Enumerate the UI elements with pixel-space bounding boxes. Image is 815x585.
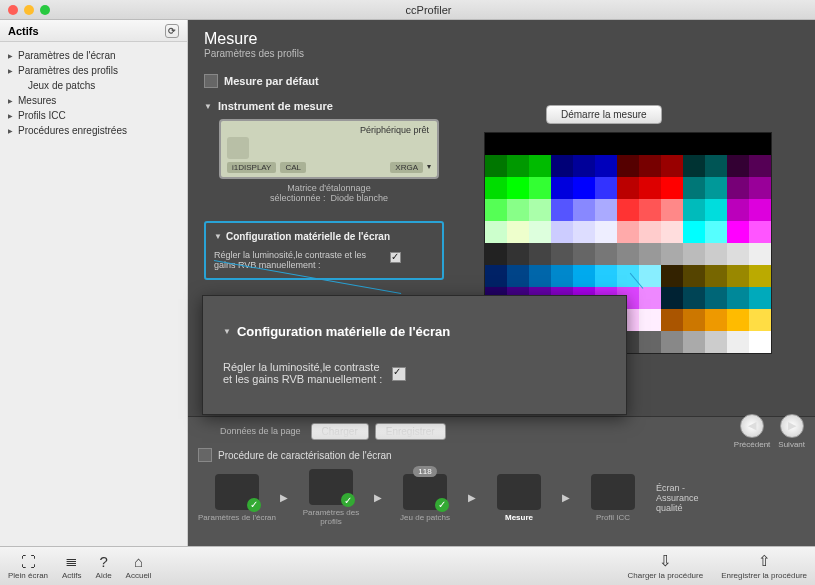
- color-swatch: [705, 309, 727, 331]
- color-swatch: [573, 265, 595, 287]
- color-swatch: [573, 243, 595, 265]
- color-swatch: [639, 199, 661, 221]
- color-swatch: [749, 199, 771, 221]
- color-swatch: [507, 243, 529, 265]
- color-swatch: [727, 265, 749, 287]
- color-swatch: [749, 177, 771, 199]
- next-button[interactable]: ▶: [780, 414, 804, 438]
- section-icon: [204, 74, 218, 88]
- step-icon: 118: [403, 474, 447, 510]
- workflow-step[interactable]: Profil ICC: [574, 474, 652, 522]
- color-swatch: [617, 199, 639, 221]
- instrument-mode-display: i1DISPLAY: [227, 162, 276, 173]
- color-swatch: [507, 133, 529, 155]
- assets-button[interactable]: ≣Actifs: [62, 552, 82, 580]
- save-procedure-button[interactable]: ⇧Enregistrer la procédure: [721, 552, 807, 580]
- color-swatch: [507, 155, 529, 177]
- sidebar-item[interactable]: Profils ICC: [4, 108, 183, 123]
- instrument-display: Périphérique prêt i1DISPLAY CAL XRGA ▾: [219, 119, 439, 179]
- hardware-config-header[interactable]: ▼ Configuration matérielle de l'écran: [214, 231, 434, 242]
- color-swatch: [683, 265, 705, 287]
- color-swatch: [529, 177, 551, 199]
- color-swatch: [639, 221, 661, 243]
- sidebar-item[interactable]: Mesures: [4, 93, 183, 108]
- load-button[interactable]: Charger: [311, 423, 369, 440]
- patch-count-badge: 118: [413, 466, 436, 477]
- color-swatch: [617, 243, 639, 265]
- prev-button[interactable]: ◀: [740, 414, 764, 438]
- save-button[interactable]: Enregistrer: [375, 423, 446, 440]
- color-swatch: [551, 199, 573, 221]
- arrow-icon: ▶: [562, 492, 570, 503]
- load-procedure-button[interactable]: ⇩Charger la procédure: [628, 552, 704, 580]
- instrument-section-header[interactable]: ▼ Instrument de mesure: [204, 97, 454, 115]
- zoom-manual-rgb-checkbox[interactable]: [392, 367, 406, 381]
- step-label: Mesure: [505, 513, 533, 522]
- workflow-step[interactable]: Paramètres des profils: [292, 469, 370, 526]
- workflow-step[interactable]: 118Jeu de patchs: [386, 474, 464, 522]
- instrument-mode-xrga: XRGA: [390, 162, 423, 173]
- color-swatch: [551, 155, 573, 177]
- color-swatch: [595, 177, 617, 199]
- chevron-down-icon: ▼: [214, 232, 222, 241]
- color-swatch: [683, 243, 705, 265]
- color-swatch: [551, 177, 573, 199]
- color-swatch: [639, 133, 661, 155]
- color-swatch: [595, 243, 617, 265]
- color-swatch: [529, 199, 551, 221]
- fullscreen-button[interactable]: ⛶Plein écran: [8, 553, 48, 580]
- workflow-step[interactable]: Paramètres de l'écran: [198, 474, 276, 522]
- color-swatch: [573, 221, 595, 243]
- color-swatch: [507, 221, 529, 243]
- color-swatch: [727, 221, 749, 243]
- step-label: Paramètres des profils: [292, 508, 370, 526]
- color-swatch: [683, 155, 705, 177]
- zoom-callout: ▼ Configuration matérielle de l'écran Ré…: [202, 295, 627, 415]
- color-swatch: [727, 309, 749, 331]
- manual-rgb-checkbox[interactable]: [390, 252, 401, 263]
- help-button[interactable]: ?Aide: [96, 553, 112, 580]
- step-label: Jeu de patchs: [400, 513, 450, 522]
- color-swatch: [573, 155, 595, 177]
- sidebar-item[interactable]: Paramètres de l'écran: [4, 48, 183, 63]
- chevron-down-icon: ▼: [204, 102, 212, 111]
- color-swatch: [683, 309, 705, 331]
- close-window-button[interactable]: [8, 5, 18, 15]
- color-swatch: [661, 287, 683, 309]
- color-swatch: [661, 199, 683, 221]
- color-swatch: [507, 265, 529, 287]
- color-swatch: [705, 287, 727, 309]
- workflow-step[interactable]: Mesure: [480, 474, 558, 522]
- step-label: Paramètres de l'écran: [198, 513, 276, 522]
- color-swatch: [573, 133, 595, 155]
- color-swatch: [683, 199, 705, 221]
- color-swatch: [551, 243, 573, 265]
- chevron-down-icon: ▼: [223, 327, 231, 336]
- minimize-window-button[interactable]: [24, 5, 34, 15]
- arrow-icon: ▶: [374, 492, 382, 503]
- color-swatch: [705, 221, 727, 243]
- zoom-window-button[interactable]: [40, 5, 50, 15]
- default-measure-section[interactable]: Mesure par défaut: [204, 71, 799, 91]
- page-title: Mesure: [204, 30, 799, 48]
- sidebar-item[interactable]: Jeux de patchs: [4, 78, 183, 93]
- sidebar-header: Actifs ⟳: [0, 20, 187, 42]
- color-swatch: [639, 287, 661, 309]
- color-swatch: [705, 133, 727, 155]
- color-swatch: [749, 133, 771, 155]
- sidebar-item[interactable]: Procédures enregistrées: [4, 123, 183, 138]
- color-swatch: [595, 265, 617, 287]
- color-swatch: [705, 199, 727, 221]
- content-area: Mesure Paramètres des profils Mesure par…: [188, 20, 815, 546]
- sidebar-item[interactable]: Paramètres des profils: [4, 63, 183, 78]
- step-icon: [309, 469, 353, 505]
- color-swatch: [595, 133, 617, 155]
- color-swatch: [661, 155, 683, 177]
- home-button[interactable]: ⌂Accueil: [126, 553, 152, 580]
- arrow-icon: ▶: [468, 492, 476, 503]
- step-icon: [497, 474, 541, 510]
- color-swatch: [529, 155, 551, 177]
- refresh-icon[interactable]: ⟳: [165, 24, 179, 38]
- color-swatch: [639, 265, 661, 287]
- start-measure-button[interactable]: Démarre la mesure: [546, 105, 662, 124]
